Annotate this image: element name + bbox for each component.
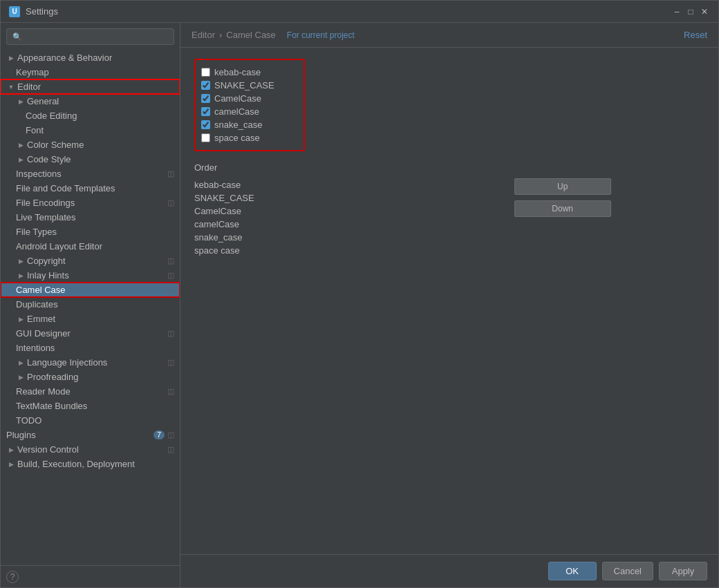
checkbox-item-snake-case-upper: SNAKE_CASE bbox=[201, 79, 298, 92]
sidebar-item-appearance[interactable]: ▶ Appearance & Behavior bbox=[1, 50, 180, 65]
title-bar: U Settings – □ ✕ bbox=[1, 1, 718, 23]
sidebar-item-label: Reader Mode bbox=[16, 386, 71, 397]
sidebar-item-label: Inspections bbox=[16, 169, 62, 179]
reset-button[interactable]: Reset bbox=[684, 30, 707, 40]
sidebar-item-label: Color Scheme bbox=[27, 140, 84, 150]
bottom-bar: OK Cancel Apply bbox=[180, 554, 718, 587]
right-panel: Editor › Camel Case For current project … bbox=[180, 23, 718, 587]
sidebar-item-label: Duplicates bbox=[16, 299, 58, 310]
order-item-snake-upper: SNAKE_CASE bbox=[194, 191, 254, 205]
sidebar-item-font[interactable]: Font bbox=[1, 123, 180, 137]
sidebar-item-color-scheme[interactable]: ▶ Color Scheme bbox=[1, 137, 180, 152]
checkbox-label-snake-case-upper: SNAKE_CASE bbox=[214, 80, 274, 91]
search-icon: 🔍 bbox=[12, 32, 22, 41]
app-icon: U bbox=[9, 6, 20, 17]
sidebar-item-proofreading[interactable]: ▶ Proofreading bbox=[1, 370, 180, 384]
sidebar-item-copyright[interactable]: ▶ Copyright ◫ bbox=[1, 254, 180, 268]
settings-icon: ◫ bbox=[167, 169, 174, 178]
checkbox-item-space-case: space case bbox=[201, 131, 298, 144]
sidebar-item-emmet[interactable]: ▶ Emmet bbox=[1, 312, 180, 326]
minimize-button[interactable]: – bbox=[671, 6, 682, 17]
plugins-badge: 7 bbox=[153, 430, 165, 439]
search-box[interactable]: 🔍 bbox=[6, 28, 174, 45]
settings-icon: ◫ bbox=[167, 329, 174, 338]
sidebar-item-inspections[interactable]: Inspections ◫ bbox=[1, 167, 180, 181]
checkbox-camelcase-lower[interactable] bbox=[201, 107, 210, 116]
checkbox-snake-case-upper[interactable] bbox=[201, 81, 210, 90]
sidebar-item-duplicates[interactable]: Duplicates bbox=[1, 297, 180, 312]
sidebar-item-camel-case[interactable]: Camel Case ◫ bbox=[1, 283, 180, 297]
help-button[interactable]: ? bbox=[6, 571, 19, 583]
sidebar-item-live-templates[interactable]: Live Templates bbox=[1, 210, 180, 225]
sidebar-item-language-injections[interactable]: ▶ Language Injections ◫ bbox=[1, 355, 180, 370]
sidebar-item-code-style[interactable]: ▶ Code Style bbox=[1, 152, 180, 167]
up-button[interactable]: Up bbox=[514, 178, 611, 195]
sidebar-item-general[interactable]: ▶ General bbox=[1, 94, 180, 108]
checkbox-label-snake-case-lower: snake_case bbox=[214, 120, 262, 130]
arrow-icon: ▶ bbox=[6, 53, 16, 63]
sidebar-item-plugins[interactable]: Plugins 7 ◫ bbox=[1, 428, 180, 442]
close-button[interactable]: ✕ bbox=[699, 6, 710, 17]
sidebar-item-file-types[interactable]: File Types bbox=[1, 225, 180, 239]
sidebar-item-label: Code Editing bbox=[26, 111, 77, 121]
down-button[interactable]: Down bbox=[514, 200, 611, 217]
sidebar-item-version-control[interactable]: ▶ Version Control ◫ bbox=[1, 442, 180, 457]
main-content: 🔍 ▶ Appearance & Behavior Keymap ▼ Edito… bbox=[1, 23, 718, 587]
order-item-kebab-case: kebab-case bbox=[194, 178, 254, 191]
sidebar-item-gui-designer[interactable]: GUI Designer ◫ bbox=[1, 326, 180, 341]
sidebar-item-label: Camel Case bbox=[16, 285, 66, 295]
for-current-project-link[interactable]: For current project bbox=[287, 30, 355, 40]
order-section: Order kebab-case SNAKE_CASE CamelCase ca… bbox=[194, 162, 704, 257]
ok-button[interactable]: OK bbox=[548, 562, 597, 580]
sidebar-item-label: TODO bbox=[16, 415, 41, 426]
sidebar-item-label: Proofreading bbox=[27, 372, 78, 382]
checkbox-snake-case-lower[interactable] bbox=[201, 120, 210, 129]
maximize-button[interactable]: □ bbox=[685, 6, 696, 17]
order-item-snake-lower: snake_case bbox=[194, 231, 254, 244]
sidebar-item-file-encodings[interactable]: File Encodings ◫ bbox=[1, 196, 180, 210]
sidebar-item-reader-mode[interactable]: Reader Mode ◫ bbox=[1, 384, 180, 399]
checkbox-kebab-case[interactable] bbox=[201, 68, 210, 77]
breadcrumb-parent: Editor bbox=[192, 30, 215, 40]
order-content: kebab-case SNAKE_CASE CamelCase camelCas… bbox=[194, 178, 704, 257]
sidebar-item-keymap[interactable]: Keymap bbox=[1, 65, 180, 79]
sidebar-item-intentions[interactable]: Intentions bbox=[1, 341, 180, 355]
checkbox-camelcase-upper[interactable] bbox=[201, 94, 210, 103]
checkbox-item-kebab-case: kebab-case bbox=[201, 66, 298, 79]
sidebar-item-label: Build, Execution, Deployment bbox=[17, 459, 135, 469]
sidebar-item-textmate-bundles[interactable]: TextMate Bundles bbox=[1, 399, 180, 413]
sidebar-item-label: Inlay Hints bbox=[27, 270, 69, 281]
arrow-icon: ▶ bbox=[6, 445, 16, 455]
checkbox-label-kebab-case: kebab-case bbox=[214, 67, 261, 77]
checkbox-label-space-case: space case bbox=[214, 133, 260, 143]
breadcrumb-current: Camel Case bbox=[226, 30, 276, 40]
checkbox-label-camelcase-lower: camelCase bbox=[214, 106, 259, 117]
sidebar-item-label: Code Style bbox=[27, 154, 71, 164]
sidebar-item-inlay-hints[interactable]: ▶ Inlay Hints ◫ bbox=[1, 268, 180, 283]
sidebar-tree: ▶ Appearance & Behavior Keymap ▼ Editor … bbox=[1, 50, 180, 565]
sidebar-item-code-editing[interactable]: Code Editing bbox=[1, 108, 180, 123]
sidebar-item-label: Appearance & Behavior bbox=[17, 53, 112, 63]
checkbox-space-case[interactable] bbox=[201, 133, 210, 142]
settings-icon: ◫ bbox=[167, 271, 174, 280]
sidebar-item-editor[interactable]: ▼ Editor bbox=[1, 79, 180, 94]
order-item-camel-upper: CamelCase bbox=[194, 205, 254, 218]
sidebar-item-android-layout-editor[interactable]: Android Layout Editor bbox=[1, 239, 180, 254]
search-input[interactable] bbox=[25, 32, 168, 41]
sidebar-item-todo[interactable]: TODO bbox=[1, 413, 180, 428]
settings-icon: ◫ bbox=[167, 285, 174, 294]
settings-window: U Settings – □ ✕ 🔍 ▶ Appearance & Behavi… bbox=[0, 0, 719, 588]
order-item-camel-lower: camelCase bbox=[194, 218, 254, 231]
apply-button[interactable]: Apply bbox=[659, 562, 707, 580]
arrow-icon: ▶ bbox=[16, 97, 26, 106]
order-list: kebab-case SNAKE_CASE CamelCase camelCas… bbox=[194, 178, 254, 257]
sidebar-item-label: Android Layout Editor bbox=[16, 241, 102, 252]
sidebar-item-label: Keymap bbox=[16, 67, 49, 77]
sidebar-item-build-execution[interactable]: ▶ Build, Execution, Deployment bbox=[1, 457, 180, 471]
breadcrumb: Editor › Camel Case bbox=[192, 30, 276, 40]
arrow-icon: ▶ bbox=[6, 459, 16, 469]
arrow-icon: ▶ bbox=[16, 155, 26, 164]
sidebar-item-label: Plugins bbox=[6, 430, 36, 440]
sidebar-item-file-code-templates[interactable]: File and Code Templates bbox=[1, 181, 180, 196]
cancel-button[interactable]: Cancel bbox=[602, 562, 653, 580]
